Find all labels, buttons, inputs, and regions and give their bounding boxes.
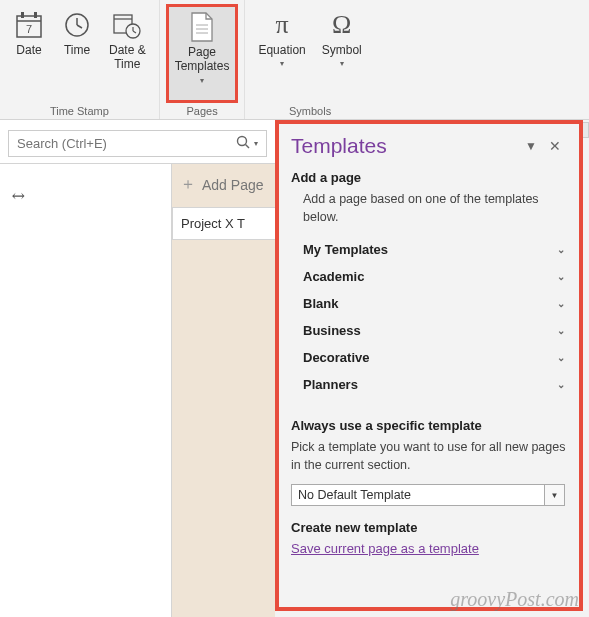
- category-blank[interactable]: Blank ⌄: [291, 290, 567, 317]
- add-page-heading: Add a page: [291, 170, 567, 185]
- search-dropdown-icon[interactable]: ▾: [254, 139, 258, 148]
- group-label-timestamp: Time Stamp: [50, 105, 109, 117]
- chevron-down-icon: ⌄: [557, 325, 565, 336]
- ribbon: 7 Date Time Date & Time Time Stamp: [0, 0, 589, 120]
- category-label: Business: [303, 323, 361, 338]
- time-button[interactable]: Time: [54, 4, 100, 103]
- symbol-button[interactable]: Ω Symbol ▾: [315, 4, 369, 103]
- symbol-label: Symbol: [322, 43, 362, 57]
- group-label-pages: Pages: [186, 105, 217, 117]
- svg-point-16: [238, 137, 247, 146]
- datetime-button[interactable]: Date & Time: [102, 4, 153, 103]
- page-templates-label: Page Templates: [175, 45, 230, 74]
- pane-options-button[interactable]: ▼: [519, 137, 543, 155]
- calendar-clock-icon: [111, 9, 143, 41]
- save-as-template-link[interactable]: Save current page as a template: [291, 541, 567, 556]
- always-use-heading: Always use a specific template: [291, 418, 567, 433]
- always-use-description: Pick a template you want to use for all …: [291, 439, 567, 474]
- clock-icon: [61, 9, 93, 41]
- category-label: Planners: [303, 377, 358, 392]
- close-button[interactable]: ✕: [543, 136, 567, 156]
- add-page-label: Add Page: [202, 177, 264, 193]
- equation-button[interactable]: π Equation ▾: [251, 4, 312, 103]
- svg-line-17: [246, 145, 250, 149]
- category-planners[interactable]: Planners ⌄: [291, 371, 567, 398]
- chevron-down-icon: ⌄: [557, 352, 565, 363]
- page-icon: [186, 11, 218, 43]
- category-label: Decorative: [303, 350, 369, 365]
- chevron-down-icon: ▾: [200, 76, 204, 85]
- group-label-symbols: Symbols: [289, 105, 331, 117]
- category-label: Blank: [303, 296, 338, 311]
- search-input[interactable]: [17, 136, 230, 151]
- chevron-down-icon: ⌄: [557, 244, 565, 255]
- page-canvas[interactable]: ⤢: [0, 164, 171, 617]
- create-template-heading: Create new template: [291, 520, 567, 535]
- ribbon-group-symbols: π Equation ▾ Ω Symbol ▾ Symbols: [245, 0, 374, 119]
- pages-sidebar: ＋ Add Page Project X T: [171, 164, 275, 617]
- datetime-label: Date & Time: [109, 43, 146, 72]
- time-label: Time: [64, 43, 90, 57]
- search-box[interactable]: ▾: [8, 130, 267, 157]
- add-page-description: Add a page based on one of the templates…: [291, 191, 567, 226]
- expand-icon[interactable]: ⤢: [7, 184, 30, 207]
- default-template-value: No Default Template: [291, 484, 545, 506]
- left-column: ▾ ⤢ ＋ Add Page Project X T: [0, 120, 275, 617]
- svg-rect-3: [34, 12, 37, 18]
- calendar-icon: 7: [13, 9, 45, 41]
- plus-icon: ＋: [180, 174, 196, 195]
- chevron-down-icon: ▾: [340, 59, 344, 68]
- category-my-templates[interactable]: My Templates ⌄: [291, 236, 567, 263]
- svg-rect-2: [21, 12, 24, 18]
- date-button[interactable]: 7 Date: [6, 4, 52, 103]
- equation-label: Equation: [258, 43, 305, 57]
- page-templates-button[interactable]: Page Templates ▾: [166, 4, 239, 103]
- templates-title: Templates: [291, 134, 519, 158]
- templates-pane: Templates ▼ ✕ Add a page Add a page base…: [275, 120, 583, 611]
- main-area: ▾ ⤢ ＋ Add Page Project X T Templates ▼ ✕…: [0, 120, 589, 617]
- search-icon[interactable]: [230, 135, 250, 152]
- svg-line-7: [77, 25, 82, 28]
- chevron-down-icon: ▾: [280, 59, 284, 68]
- category-decorative[interactable]: Decorative ⌄: [291, 344, 567, 371]
- page-tab[interactable]: Project X T: [172, 207, 275, 240]
- pi-icon: π: [266, 9, 298, 41]
- select-dropdown-button[interactable]: ▼: [545, 484, 565, 506]
- chevron-down-icon: ⌄: [557, 298, 565, 309]
- ribbon-group-pages: Page Templates ▾ Pages: [160, 0, 246, 119]
- category-academic[interactable]: Academic ⌄: [291, 263, 567, 290]
- category-label: My Templates: [303, 242, 388, 257]
- add-page-button[interactable]: ＋ Add Page: [172, 164, 275, 205]
- chevron-down-icon: ⌄: [557, 271, 565, 282]
- category-business[interactable]: Business ⌄: [291, 317, 567, 344]
- category-label: Academic: [303, 269, 364, 284]
- ribbon-group-timestamp: 7 Date Time Date & Time Time Stamp: [0, 0, 160, 119]
- svg-text:7: 7: [26, 23, 32, 35]
- date-label: Date: [16, 43, 41, 57]
- default-template-select[interactable]: No Default Template ▼: [291, 484, 565, 506]
- chevron-down-icon: ⌄: [557, 379, 565, 390]
- omega-icon: Ω: [326, 9, 358, 41]
